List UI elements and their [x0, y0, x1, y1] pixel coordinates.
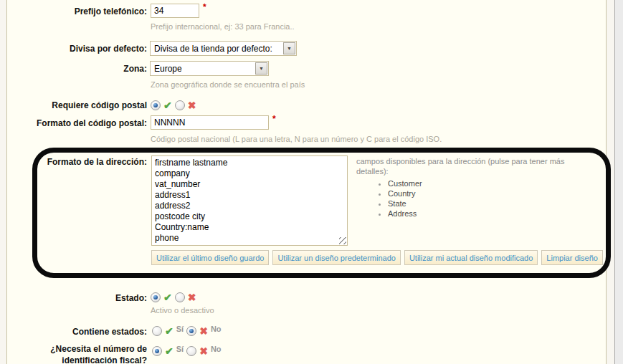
- list-item[interactable]: Address: [388, 209, 422, 219]
- zone-label: Zona:: [0, 64, 147, 75]
- contains-states-yes-radio[interactable]: [152, 326, 162, 336]
- zone-select[interactable]: Europe ▼: [150, 61, 269, 76]
- status-active-radio[interactable]: [151, 292, 161, 302]
- status-help: Activo o desactivo: [151, 306, 214, 315]
- status-radio-group: ✔ ✖: [151, 292, 196, 303]
- zip-format-help: Código postal nacional (L para una letra…: [151, 135, 442, 143]
- check-icon: ✔: [163, 100, 172, 110]
- cross-icon: ✖: [199, 346, 208, 356]
- required-asterisk: *: [203, 2, 206, 12]
- chevron-down-icon[interactable]: ▼: [255, 62, 267, 75]
- zip-format-input[interactable]: [151, 115, 269, 130]
- currency-select-value: Divisa de la tienda por defecto:: [154, 44, 282, 54]
- use-last-saved-layout-button[interactable]: Utilizar el último diseño guardo: [151, 250, 269, 265]
- need-tax-id-label: ¿Necesita el número de identificación fi…: [0, 343, 147, 364]
- list-item[interactable]: State: [388, 199, 422, 209]
- need-tax-id-no-radio[interactable]: [186, 346, 196, 356]
- chevron-down-icon[interactable]: ▼: [283, 42, 295, 54]
- list-item[interactable]: Customer: [388, 179, 422, 188]
- check-icon: ✔: [165, 346, 173, 356]
- list-item[interactable]: Country: [388, 189, 422, 198]
- zip-required-radio-group: ✔ ✖: [151, 100, 196, 111]
- yes-label: Sí: [176, 345, 184, 353]
- contains-states-radio-group: ✔ Sí ✖ No: [152, 325, 222, 337]
- phone-prefix-input[interactable]: [151, 4, 199, 18]
- currency-label: Divisa por defecto:: [0, 44, 147, 54]
- no-label: No: [211, 345, 222, 353]
- use-default-layout-button[interactable]: Utilizar un diseño predeterminado: [272, 250, 400, 265]
- address-format-buttons: Utilizar el último diseño guardo Utiliza…: [151, 250, 603, 265]
- zone-help: Zona geográfica donde se encuentra el pa…: [151, 80, 305, 89]
- address-format-textarea[interactable]: firstname lastname company vat_number ad…: [151, 155, 348, 246]
- need-tax-id-yes-radio[interactable]: [152, 346, 162, 356]
- cross-icon: ✖: [199, 326, 208, 336]
- page-right-gutter: [614, 0, 623, 364]
- zip-required-label: Requiere código postal: [0, 100, 147, 111]
- cross-icon: ✖: [188, 292, 196, 302]
- address-fields-list: Customer Country State Address: [388, 179, 422, 219]
- check-icon: ✔: [163, 292, 172, 302]
- need-tax-id-radio-group: ✔ Sí ✖ No: [152, 345, 222, 357]
- zip-required-no-radio[interactable]: [175, 100, 185, 110]
- status-label: Estado:: [0, 293, 147, 304]
- check-icon: ✔: [165, 326, 173, 336]
- zip-format-label: Formato del código postal:: [0, 118, 147, 129]
- status-inactive-radio[interactable]: [175, 292, 185, 302]
- resize-handle-icon[interactable]: [339, 237, 346, 244]
- cross-icon: ✖: [188, 100, 196, 110]
- phone-prefix-help: Prefijo internacional, ej: 33 para Franc…: [151, 22, 295, 31]
- no-label: No: [211, 325, 222, 333]
- phone-prefix-label: Prefijo telefónico:: [0, 6, 147, 17]
- currency-select[interactable]: Divisa de la tienda por defecto: ▼: [150, 41, 297, 56]
- contains-states-no-radio[interactable]: [186, 326, 196, 336]
- zone-select-value: Europe: [154, 64, 255, 74]
- yes-label: Sí: [176, 325, 184, 333]
- address-fields-note: campos disponibles para la dirección (pu…: [356, 156, 593, 176]
- use-current-modified-layout-button[interactable]: Utilizar mi actual diseño modificado: [404, 250, 538, 265]
- zip-required-yes-radio[interactable]: [151, 100, 161, 110]
- contains-states-label: Contiene estados:: [0, 327, 147, 337]
- country-form-page: Prefijo telefónico: * Prefijo internacio…: [0, 0, 623, 364]
- clear-layout-button[interactable]: Limpiar diseño: [541, 250, 603, 265]
- required-asterisk: *: [272, 114, 276, 124]
- address-format-label: Formato de la dirección:: [0, 157, 147, 168]
